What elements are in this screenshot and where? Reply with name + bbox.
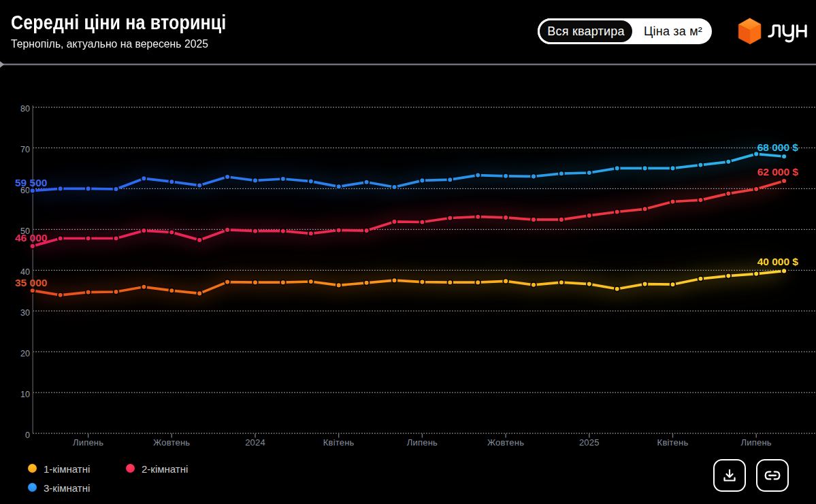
svg-text:40: 40 <box>20 267 30 277</box>
svg-text:20: 20 <box>20 349 30 358</box>
svg-text:Жовтень: Жовтень <box>153 437 190 448</box>
svg-text:68 000 $: 68 000 $ <box>757 141 799 153</box>
svg-text:62 000 $: 62 000 $ <box>757 166 799 178</box>
svg-text:Квітень: Квітень <box>657 437 689 448</box>
svg-text:0: 0 <box>25 431 30 440</box>
svg-text:10: 10 <box>20 390 30 399</box>
svg-text:46 000: 46 000 <box>15 232 47 243</box>
svg-text:2025: 2025 <box>579 437 600 448</box>
svg-text:70: 70 <box>20 145 30 154</box>
svg-text:59 500: 59 500 <box>15 177 47 188</box>
svg-text:40 000 $: 40 000 $ <box>757 256 799 267</box>
svg-text:80: 80 <box>20 104 30 114</box>
svg-text:35 000: 35 000 <box>15 277 47 288</box>
svg-text:Липень: Липень <box>407 437 438 448</box>
svg-text:30: 30 <box>20 308 30 318</box>
svg-text:Липень: Липень <box>73 437 103 448</box>
svg-text:Квітень: Квітень <box>323 437 355 448</box>
svg-text:2024: 2024 <box>245 437 265 448</box>
svg-text:Липень: Липень <box>741 437 772 448</box>
svg-text:Жовтень: Жовтень <box>487 437 524 448</box>
